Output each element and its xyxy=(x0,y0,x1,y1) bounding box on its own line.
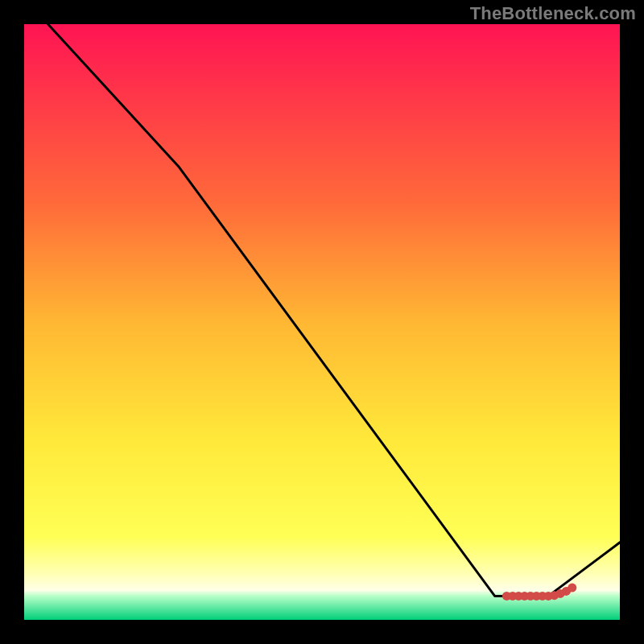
plot-area xyxy=(24,24,620,620)
gradient-bg xyxy=(24,24,620,620)
watermark-text: TheBottleneck.com xyxy=(470,3,636,24)
chart-svg xyxy=(24,24,620,620)
chart-frame: TheBottleneck.com xyxy=(0,0,644,644)
marker-dot xyxy=(568,584,576,592)
